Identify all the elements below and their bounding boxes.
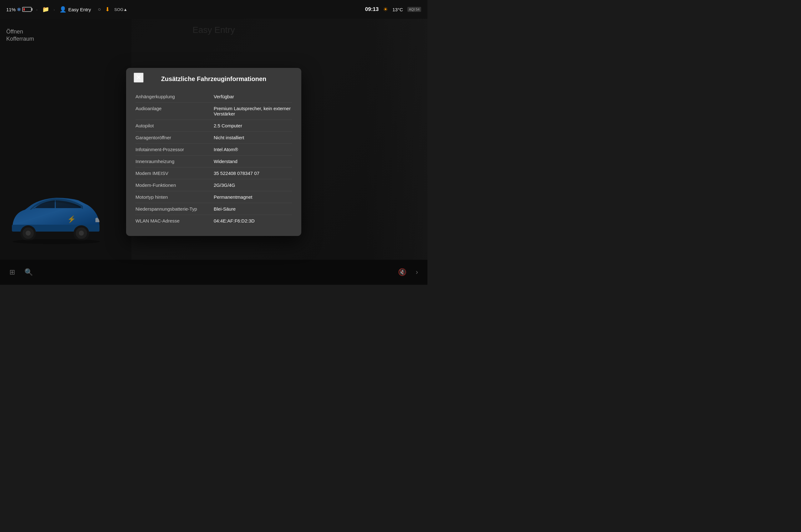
info-label: Motortyp hinten — [135, 194, 207, 200]
info-value: Blei-Säure — [214, 206, 292, 212]
info-value: 04:4E:AF:F6:D2:3D — [214, 218, 292, 224]
profile-icon: 👤 — [59, 6, 66, 13]
info-row: InnenraumheizungWiderstand — [135, 155, 292, 167]
info-value: Nicht installiert — [214, 135, 292, 140]
separator-2: · — [54, 6, 55, 13]
info-label: WLAN MAC-Adresse — [135, 218, 207, 224]
clock: 09:13 — [365, 6, 379, 13]
main-content: Easy Entry Öffnen Kofferraum — [0, 19, 427, 285]
sog-label: SOG▲ — [114, 7, 127, 12]
info-value: Permanentmagnet — [214, 194, 292, 200]
modal-body: AnhängerkupplungVerfügbarAudioanlagePrem… — [126, 88, 301, 236]
info-value: 2.5 Computer — [214, 123, 292, 128]
info-label: Infotainment-Prozessor — [135, 147, 207, 152]
info-value: Widerstand — [214, 159, 292, 164]
download-icon: ⬇ — [105, 6, 110, 13]
info-row: Infotainment-ProzessorIntel Atom® — [135, 144, 292, 155]
info-value: Premium Lautsprecher, kein externer Vers… — [214, 106, 292, 116]
info-row: Niederspannungsbatterie-TypBlei-Säure — [135, 203, 292, 215]
info-label: Niederspannungsbatterie-Typ — [135, 206, 207, 212]
battery-indicator: 11% ❄ — [6, 6, 32, 13]
info-label: Modem IMEISV — [135, 171, 207, 176]
battery-icon — [22, 7, 32, 12]
info-row: GaragentoröffnerNicht installiert — [135, 132, 292, 144]
info-label: Audioanlage — [135, 106, 207, 111]
modal-title: Zusätzliche Fahrzeuginformationen — [135, 75, 292, 83]
battery-percent: 11% — [6, 7, 16, 12]
info-label: Modem-Funktionen — [135, 183, 207, 188]
info-label: Innenraumheizung — [135, 159, 207, 164]
profile-name: Easy Entry — [68, 7, 91, 12]
vehicle-info-modal: ✕ Zusätzliche Fahrzeuginformationen Anhä… — [126, 68, 301, 236]
info-label: Autopilot — [135, 123, 207, 128]
info-label: Garagentoröffner — [135, 135, 207, 140]
weather-icon: ☀ — [383, 6, 388, 13]
separator-1: · — [36, 6, 38, 13]
aqi-badge: AQI 54 — [407, 7, 421, 12]
modal-overlay: ✕ Zusätzliche Fahrzeuginformationen Anhä… — [0, 19, 427, 285]
info-row: AudioanlagePremium Lautsprecher, kein ex… — [135, 103, 292, 120]
info-value: 2G/3G/4G — [214, 183, 292, 188]
status-bar: 11% ❄ · 📁 · 👤 Easy Entry ○ ⬇ SOG▲ 09:13 … — [0, 0, 427, 19]
modal-close-button[interactable]: ✕ — [134, 73, 144, 83]
modal-header: ✕ Zusätzliche Fahrzeuginformationen — [126, 68, 301, 88]
circle-icon: ○ — [98, 6, 101, 12]
info-row: Modem-Funktionen2G/3G/4G — [135, 179, 292, 191]
info-row: Autopilot2.5 Computer — [135, 120, 292, 132]
info-row: AnhängerkupplungVerfügbar — [135, 91, 292, 103]
info-value: Verfügbar — [214, 94, 292, 99]
temperature: 13°C — [393, 7, 403, 12]
info-row: Motortyp hintenPermanentmagnet — [135, 191, 292, 203]
info-value: 35 522408 078347 07 — [214, 171, 292, 176]
profile-indicator[interactable]: 👤 Easy Entry — [59, 6, 91, 13]
info-row: Modem IMEISV35 522408 078347 07 — [135, 167, 292, 179]
info-row: WLAN MAC-Adresse04:4E:AF:F6:D2:3D — [135, 215, 292, 227]
snowflake-icon: ❄ — [17, 6, 21, 13]
info-value: Intel Atom® — [214, 147, 292, 152]
folder-icon: 📁 — [42, 6, 49, 13]
info-label: Anhängerkupplung — [135, 94, 207, 99]
